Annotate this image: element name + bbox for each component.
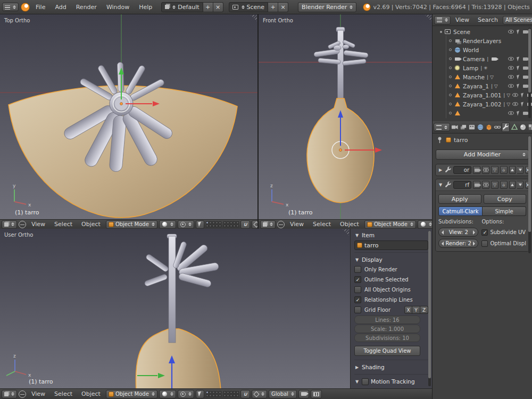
render-subdivisions-field[interactable]: Render: 2 — [438, 239, 478, 248]
modifier-render-toggle[interactable] — [473, 166, 480, 174]
outliner-display-mode-select[interactable]: All Scenes — [503, 16, 532, 24]
selectability-icon[interactable] — [521, 102, 525, 106]
screen-layout-field[interactable]: Default — [161, 2, 203, 12]
renderability-icon[interactable] — [523, 85, 528, 88]
modifier-realtime-toggle[interactable] — [482, 181, 489, 189]
add-modifier-button[interactable]: Add Modifier — [436, 149, 529, 160]
copy-button[interactable]: Copy — [484, 194, 527, 204]
editor-type-button[interactable] — [434, 123, 450, 131]
layers-widget[interactable] — [206, 391, 239, 397]
tab-material[interactable] — [519, 122, 527, 132]
snap-toggle-button[interactable]: ∪ — [240, 390, 250, 398]
viewport-shading-select[interactable] — [418, 220, 432, 229]
modifier-cage-toggle[interactable]: ⌂ — [500, 181, 508, 189]
tab-render-layers[interactable] — [459, 122, 467, 132]
header-options-icon[interactable] — [19, 390, 26, 398]
3d-viewport-canvas[interactable]: zx — [259, 14, 432, 219]
list-item-camera[interactable]: Camera| — [433, 54, 532, 63]
modifier-realtime-toggle[interactable] — [482, 166, 489, 174]
visibility-icon[interactable] — [512, 93, 518, 97]
scrollbar[interactable] — [428, 231, 431, 386]
x-axis-toggle[interactable]: X — [404, 306, 412, 314]
expand-icon[interactable] — [438, 168, 443, 172]
list-item-manche[interactable]: Manche| ▽ — [433, 72, 532, 81]
shading-panel-header[interactable]: Shading — [354, 362, 428, 372]
mode-select[interactable]: Object Mode — [106, 220, 157, 229]
selectability-icon[interactable] — [521, 93, 525, 97]
render-engine-select[interactable]: Blender Render — [298, 2, 356, 12]
pivot-center-select[interactable] — [178, 220, 194, 229]
tab-object-data[interactable] — [510, 122, 518, 132]
grid-floor-toggle[interactable]: Grid Floor X Y Z — [354, 305, 428, 315]
viewport-shading-select[interactable] — [159, 390, 176, 398]
tab-texture[interactable] — [527, 122, 532, 132]
renderability-icon[interactable] — [523, 57, 528, 61]
list-item-zayara-1-001[interactable]: Zayara_1.001| ▽ — [433, 90, 532, 99]
mode-select[interactable]: Object Mode — [364, 220, 416, 229]
outliner-search-menu[interactable]: Search — [474, 16, 502, 23]
object-menu[interactable]: Object — [78, 390, 104, 397]
scrollbar[interactable] — [528, 136, 531, 253]
tab-object[interactable] — [485, 122, 493, 132]
visibility-icon[interactable] — [508, 75, 514, 79]
scene-field[interactable]: Scene — [229, 2, 269, 12]
transform-orientation-select[interactable]: Global — [269, 390, 297, 398]
view-menu[interactable]: View — [28, 221, 49, 228]
display-panel-header[interactable]: Display — [354, 255, 428, 264]
header-options-icon[interactable] — [19, 221, 26, 228]
add-scene-button[interactable]: + — [268, 2, 278, 12]
editor-type-button[interactable] — [2, 390, 17, 398]
header-options-icon[interactable] — [277, 221, 285, 228]
tab-world[interactable] — [476, 122, 484, 132]
move-down-button[interactable] — [517, 166, 523, 174]
list-item-renderlayers[interactable]: RenderLayers — [433, 36, 532, 45]
close-scene-button[interactable]: × — [278, 2, 288, 12]
list-item-zayara-1-002[interactable]: Zayara_1.002| ▽ — [433, 99, 532, 109]
simple-button[interactable]: Simple — [483, 206, 526, 216]
tab-constraints[interactable] — [493, 122, 501, 132]
selectability-icon[interactable] — [517, 84, 520, 88]
expand-icon[interactable] — [438, 182, 443, 187]
pin-icon[interactable] — [436, 136, 443, 144]
view-menu[interactable]: View — [286, 221, 307, 228]
editor-type-button[interactable] — [434, 16, 451, 24]
list-item-world[interactable]: World — [433, 45, 532, 54]
visibility-icon[interactable] — [508, 66, 514, 70]
scrollbar[interactable] — [528, 28, 531, 118]
renderability-icon[interactable] — [523, 112, 528, 115]
modifier-editmode-toggle[interactable]: ▽ — [491, 166, 498, 174]
motion-tracking-checkbox[interactable] — [362, 378, 369, 385]
list-item-partial[interactable] — [433, 109, 532, 118]
snap-element-select[interactable] — [252, 390, 267, 398]
renderability-icon[interactable] — [523, 76, 528, 79]
move-up-button[interactable] — [509, 181, 516, 189]
tab-scene[interactable] — [468, 122, 476, 132]
add-menu[interactable]: Add — [51, 4, 70, 11]
apply-button[interactable]: Apply — [438, 194, 481, 204]
modifier-render-toggle[interactable] — [473, 181, 480, 189]
visibility-icon[interactable] — [508, 111, 514, 115]
tab-modifiers[interactable] — [502, 122, 510, 132]
window-menu[interactable]: Window — [103, 4, 133, 11]
renderability-icon[interactable] — [523, 66, 528, 70]
list-item-scene[interactable]: Scene — [433, 27, 532, 36]
view-menu[interactable]: View — [28, 390, 49, 397]
opengl-render-anim-button[interactable] — [311, 390, 322, 398]
select-menu[interactable]: Select — [309, 221, 335, 228]
editor-type-button[interactable] — [260, 220, 276, 229]
select-menu[interactable]: Select — [51, 390, 76, 397]
only-render-toggle[interactable]: Only Render — [354, 264, 428, 275]
move-up-button[interactable] — [509, 166, 516, 174]
editor-type-button[interactable] — [2, 3, 19, 11]
view-subdivisions-field[interactable]: View: 2 — [438, 228, 478, 237]
visibility-icon[interactable] — [508, 57, 514, 61]
y-axis-toggle[interactable]: Y — [412, 306, 420, 314]
all-object-origins-toggle[interactable]: All Object Origins — [354, 285, 428, 295]
visibility-icon[interactable] — [508, 84, 514, 88]
modifier-name-field[interactable]: rf — [453, 181, 471, 189]
item-panel-header[interactable]: Item — [354, 230, 428, 240]
tab-render[interactable] — [451, 122, 459, 132]
selectability-icon[interactable] — [517, 111, 520, 115]
3d-viewport-canvas[interactable]: yx — [0, 14, 257, 219]
render-menu[interactable]: Render — [72, 4, 101, 11]
